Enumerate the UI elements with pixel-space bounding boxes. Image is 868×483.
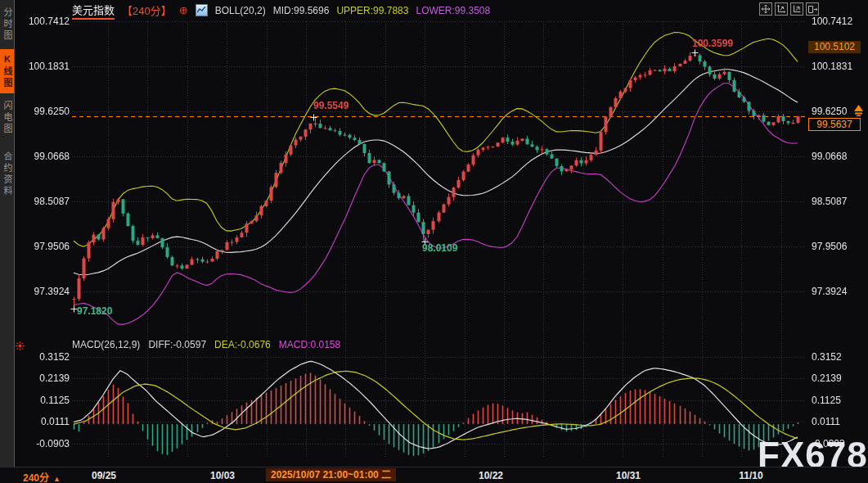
macd-axis-label-left: 0.2139: [16, 372, 70, 384]
chart-header: 美元指数 【240分】 ⊕ BOLL(20,2) MID:99.5696 UPP…: [72, 3, 490, 17]
high-price-annotation: 99.5549: [313, 100, 349, 111]
macd-axis-label-right: 0.1125: [812, 395, 866, 406]
macd-axis-label-right: 0.3152: [812, 351, 866, 363]
price-axis-label-left: 99.0668: [16, 151, 70, 162]
price-axis-label-left: 98.5087: [16, 196, 70, 207]
high-price-annotation: 100.3599: [692, 38, 733, 49]
date-axis-label: 09/25: [92, 470, 116, 481]
sidebar-tab-2[interactable]: K线图: [0, 49, 14, 93]
add-indicator-icon[interactable]: ⊕: [179, 5, 188, 16]
pan-icon[interactable]: [759, 2, 772, 16]
sidebar: 分时图K线图闪电图合约资料: [0, 0, 15, 467]
price-axis-label-left: 97.3924: [16, 286, 70, 297]
price-axis-label-left: 97.9506: [16, 241, 70, 252]
axis-shift-icon[interactable]: [790, 2, 803, 16]
macd-label: MACD(26,12,9): [72, 339, 140, 351]
macd-dea-value: DEA:-0.0676: [214, 339, 271, 351]
macd-axis-label-left: 0.1125: [16, 395, 70, 406]
crosshair-date-tooltip: 2025/10/07 21:00~01:00 二: [266, 468, 396, 481]
price-axis-label-right: 97.3924: [812, 286, 866, 297]
indicator-settings-icon[interactable]: [16, 339, 25, 354]
bottom-time-axis: 240分▲ 09/2510/0310/2210/3111/10 2025/10/…: [0, 467, 868, 483]
sidebar-tab-4[interactable]: 合约资料: [0, 144, 14, 205]
date-axis-label: 11/10: [739, 470, 762, 481]
sidebar-tab-1[interactable]: 分时图: [0, 2, 14, 47]
price-chart-canvas[interactable]: [0, 0, 868, 483]
low-price-annotation: 98.0109: [422, 242, 457, 254]
price-axis-label-right: 100.7412: [812, 16, 866, 27]
chart-toolbar: [759, 2, 819, 16]
boll-lower-value: LOWER:99.3508: [416, 5, 490, 16]
boll-label: BOLL(20,2): [215, 5, 266, 16]
price-axis-label-left: 100.1831: [16, 61, 70, 72]
macd-axis-label-left: -0.0903: [16, 438, 70, 449]
macd-axis-label-right: 0.2139: [812, 372, 866, 384]
price-axis-label-right: 98.5087: [812, 196, 866, 207]
boll-upper-value: UPPER:99.7883: [336, 5, 408, 16]
macd-header: MACD(26,12,9) DIFF:-0.0597 DEA:-0.0676 M…: [72, 339, 340, 351]
macd-diff-value: DIFF:-0.0597: [148, 339, 206, 351]
price-axis-label-left: 100.7412: [16, 16, 70, 27]
price-alert-icon[interactable]: [853, 105, 864, 120]
period-selector[interactable]: 240分▲: [23, 470, 61, 483]
chart-app: 分时图K线图闪电图合约资料 美元指数 【240分】 ⊕ BOLL(20,2) M…: [0, 0, 868, 483]
price-axis-label-right: 97.9506: [812, 241, 866, 252]
date-axis-label: 10/31: [616, 470, 641, 481]
chart-style-icon[interactable]: [196, 4, 208, 16]
macd-axis-label-left: 0.0111: [16, 416, 70, 427]
sidebar-tab-3[interactable]: 闪电图: [0, 95, 14, 141]
macd-axis-label-right: 0.0111: [812, 416, 866, 427]
chevron-up-icon: ▲: [53, 475, 61, 483]
macd-hist-value: MACD:0.0158: [279, 339, 340, 351]
price-axis-label-right: 100.1831: [812, 61, 866, 72]
price-axis-label-right: 99.0668: [812, 151, 866, 162]
upper-band-extreme-label: 100.5102: [808, 41, 861, 53]
date-axis-label: 10/22: [479, 470, 503, 481]
exit-chart-icon[interactable]: [806, 2, 819, 16]
period-label: 【240分】: [122, 2, 172, 18]
symbol-title: 美元指数: [72, 2, 115, 20]
low-price-annotation: 97.1820: [77, 305, 112, 317]
date-axis-label: 10/03: [210, 470, 235, 481]
price-axis-label-left: 99.6250: [16, 106, 70, 117]
boll-mid-value: MID:99.5696: [273, 5, 330, 16]
axis-scale-icon[interactable]: [775, 2, 788, 16]
